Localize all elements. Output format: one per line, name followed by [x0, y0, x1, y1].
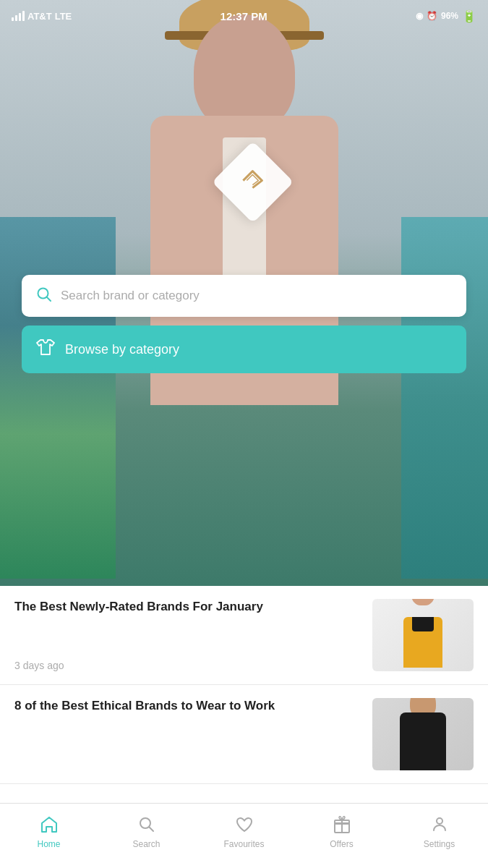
battery-icon: 🔋 [462, 9, 476, 23]
nav-search-label: Search [132, 839, 160, 849]
articles-list: The Best Newly-Rated Brands For January … [0, 586, 488, 803]
clothes-rack-right [401, 217, 488, 579]
person-head [194, 14, 295, 130]
search-icon [36, 286, 52, 305]
article-title: The Best Newly-Rated Brands For January [14, 599, 362, 616]
nav-favourites[interactable]: Favourites [195, 816, 293, 849]
location-icon: ◉ [416, 11, 423, 21]
nav-favourites-label: Favourites [223, 839, 264, 849]
person-icon [431, 816, 448, 836]
browse-label: Browse by category [65, 342, 179, 357]
article-thumbnail [372, 698, 474, 770]
jacket-collar [412, 617, 434, 631]
status-time: 12:37 PM [221, 10, 267, 22]
search-section: Search brand or category Browse by categ… [22, 275, 466, 373]
article-content: The Best Newly-Rated Brands For January … [14, 599, 362, 671]
battery-level: 96% [441, 11, 458, 21]
article-time: 3 days ago [14, 660, 362, 671]
article-thumbnail [372, 599, 474, 671]
home-icon [40, 816, 59, 836]
tshirt-icon [36, 339, 55, 360]
svg-line-1 [47, 297, 51, 302]
hero-section: Search brand or category Browse by categ… [0, 0, 488, 586]
nav-home-label: Home [37, 839, 60, 849]
nav-offers[interactable]: Offers [293, 816, 390, 849]
logo-symbol [239, 167, 265, 197]
nav-home[interactable]: Home [0, 816, 98, 849]
gift-icon [333, 816, 351, 836]
article-item[interactable]: 8 of the Best Ethical Brands to Wear to … [0, 685, 488, 784]
network-type: LTE [55, 11, 72, 22]
search-bar[interactable]: Search brand or category [22, 275, 466, 317]
clothes-rack-left [0, 217, 116, 579]
status-icons: ◉ ⏰ 96% 🔋 [416, 9, 476, 23]
search-nav-icon [138, 816, 155, 836]
bottom-nav: Home Search Favourites [0, 803, 488, 868]
nav-settings[interactable]: Settings [390, 816, 488, 849]
alarm-icon: ⏰ [427, 11, 437, 21]
figure-body [403, 617, 442, 668]
logo-svg [239, 167, 265, 193]
status-bar: AT&T LTE 12:37 PM ◉ ⏰ 96% 🔋 [0, 0, 488, 32]
article-content: 8 of the Best Ethical Brands to Wear to … [14, 698, 362, 770]
status-carrier: AT&T LTE [12, 11, 72, 22]
figure-body [400, 712, 446, 770]
nav-search[interactable]: Search [98, 816, 195, 849]
browse-category-button[interactable]: Browse by category [22, 326, 466, 373]
svg-line-3 [149, 827, 153, 831]
search-placeholder: Search brand or category [61, 289, 200, 303]
nav-settings-label: Settings [424, 839, 455, 849]
nav-offers-label: Offers [330, 839, 353, 849]
figure-head [411, 599, 435, 605]
svg-point-7 [437, 818, 442, 824]
signal-icon [12, 11, 25, 21]
carrier-name: AT&T [27, 11, 52, 22]
heart-icon [235, 816, 254, 836]
jacket-figure [398, 603, 448, 668]
article-item[interactable]: The Best Newly-Rated Brands For January … [0, 586, 488, 685]
article-title: 8 of the Best Ethical Brands to Wear to … [14, 698, 362, 715]
